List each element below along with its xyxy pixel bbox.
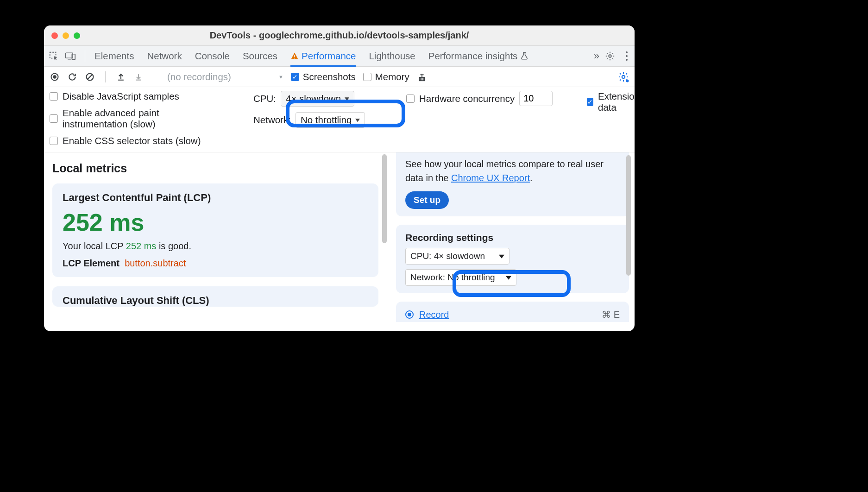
- performance-toolbar: (no recordings) ▼ Screenshots Memory: [44, 67, 635, 87]
- network-throttle-select[interactable]: No throttling: [296, 112, 365, 128]
- recording-network-value: Network: No throttling: [410, 272, 495, 282]
- tab-label: Network: [147, 50, 182, 62]
- svg-rect-5: [294, 57, 295, 58]
- clear-button[interactable]: [85, 72, 95, 82]
- checkbox-icon: [363, 73, 371, 81]
- separator: [105, 71, 106, 82]
- hardware-concurrency-row: Hardware concurrency: [406, 91, 582, 106]
- devtools-window: DevTools - googlechrome.github.io/devtoo…: [44, 25, 635, 331]
- network-value: No throttling: [301, 114, 352, 125]
- tab-elements[interactable]: Elements: [94, 46, 134, 67]
- hardware-concurrency-input[interactable]: [519, 91, 553, 106]
- lcp-element-label: LCP Element: [63, 258, 120, 268]
- flask-icon: [520, 52, 528, 60]
- checkbox-label: Screenshots: [303, 71, 356, 82]
- setup-button[interactable]: Set up: [405, 191, 449, 209]
- separator: [154, 71, 154, 82]
- disable-js-samples-toggle[interactable]: Disable JavaScript samples: [50, 91, 249, 102]
- checkbox-icon: [587, 98, 593, 106]
- record-link[interactable]: Record: [419, 309, 449, 320]
- lcp-card: Largest Contentful Paint (LCP) 252 ms Yo…: [52, 183, 378, 277]
- tab-performance-insights[interactable]: Performance insights: [428, 46, 529, 67]
- svg-point-7: [609, 55, 611, 57]
- network-label: Network:: [253, 114, 291, 126]
- cpu-throttle-row: CPU: 4× slowdown: [253, 91, 402, 107]
- tab-sources[interactable]: Sources: [243, 46, 277, 67]
- device-toggle-icon[interactable]: [65, 51, 75, 61]
- lcp-element-selector[interactable]: button.subtract: [125, 258, 186, 268]
- tab-label: Elements: [94, 50, 134, 62]
- window-title: DevTools - googlechrome.github.io/devtoo…: [44, 30, 635, 41]
- checkbox-icon: [50, 92, 58, 101]
- reload-record-button[interactable]: [67, 72, 77, 82]
- window-controls: [44, 32, 80, 39]
- gear-icon[interactable]: [605, 51, 615, 61]
- close-icon[interactable]: [51, 32, 58, 39]
- advanced-paint-toggle[interactable]: Enable advanced paint instrumentation (s…: [50, 107, 249, 130]
- inspect-icon[interactable]: [49, 51, 59, 61]
- hw-label: Hardware concurrency: [419, 93, 515, 104]
- checkbox-icon: [50, 114, 58, 123]
- cpu-value: 4× slowdown: [286, 93, 341, 104]
- upload-profile-button[interactable]: [116, 72, 126, 82]
- svg-point-19: [622, 75, 625, 78]
- extension-data-toggle[interactable]: Extension data: [587, 91, 635, 113]
- recording-cpu-value: CPU: 4× slowdown: [410, 251, 485, 261]
- crux-link[interactable]: Chrome UX Report: [451, 173, 530, 183]
- field-data-panel: See how your local metrics compare to re…: [396, 152, 629, 216]
- recording-network-select[interactable]: Network: No throttling: [405, 269, 516, 286]
- memory-toggle[interactable]: Memory: [363, 71, 409, 82]
- recording-cpu-select[interactable]: CPU: 4× slowdown: [405, 248, 509, 265]
- garbage-collect-button[interactable]: [417, 72, 427, 82]
- record-radio-icon: [405, 310, 414, 319]
- tab-label: Console: [195, 50, 230, 62]
- record-panel: Record ⌘ E: [396, 302, 629, 322]
- record-button[interactable]: [50, 72, 60, 82]
- tab-label: Performance: [302, 50, 356, 62]
- kebab-menu-icon[interactable]: [623, 55, 630, 57]
- tab-console[interactable]: Console: [195, 46, 230, 67]
- checkbox-icon[interactable]: [406, 95, 415, 103]
- svg-point-20: [626, 79, 629, 82]
- local-metrics-pane: Local metrics Largest Contentful Paint (…: [44, 152, 387, 331]
- lcp-assessment: Your local LCP 252 ms is good.: [63, 241, 368, 252]
- recordings-dropdown[interactable]: (no recordings) ▼: [167, 71, 283, 82]
- tab-performance[interactable]: Performance: [290, 46, 356, 67]
- cls-title: Cumulative Layout Shift (CLS): [63, 295, 368, 307]
- cpu-throttle-select[interactable]: 4× slowdown: [281, 91, 354, 107]
- screenshots-toggle[interactable]: Screenshots: [291, 71, 356, 82]
- cls-card: Cumulative Layout Shift (CLS): [52, 286, 378, 307]
- checkbox-label: Extension data: [598, 91, 635, 113]
- lcp-value: 252 ms: [63, 208, 368, 236]
- svg-rect-4: [294, 55, 295, 57]
- chevron-down-icon: ▼: [278, 74, 283, 80]
- main-content: Local metrics Largest Contentful Paint (…: [44, 152, 635, 331]
- minimize-icon[interactable]: [63, 32, 69, 39]
- more-tabs-icon[interactable]: »: [594, 50, 597, 62]
- scrollbar[interactable]: [382, 154, 387, 243]
- tab-strip: Elements Network Console Sources Perform…: [44, 46, 635, 67]
- scrollbar[interactable]: [626, 155, 631, 276]
- field-data-text: See how your local metrics compare to re…: [405, 157, 620, 185]
- tab-lighthouse[interactable]: Lighthouse: [369, 46, 415, 67]
- checkbox-icon: [291, 73, 299, 81]
- tab-network[interactable]: Network: [147, 46, 182, 67]
- side-pane: See how your local metrics compare to re…: [387, 152, 635, 331]
- checkbox-icon: [50, 137, 58, 145]
- svg-line-11: [88, 75, 92, 79]
- recording-settings-panel: Recording settings CPU: 4× slowdown Netw…: [396, 225, 629, 293]
- css-selector-stats-toggle[interactable]: Enable CSS selector stats (slow): [50, 135, 249, 146]
- lcp-element-row: LCP Element button.subtract: [63, 258, 368, 269]
- checkbox-label: Enable CSS selector stats (slow): [63, 135, 201, 146]
- record-shortcut: ⌘ E: [602, 309, 620, 320]
- recordings-label: (no recordings): [167, 71, 231, 82]
- local-metrics-heading: Local metrics: [52, 162, 378, 175]
- checkbox-label: Memory: [375, 71, 409, 82]
- tab-label: Sources: [243, 50, 277, 62]
- tab-label: Performance insights: [428, 50, 518, 62]
- capture-settings-gear-icon[interactable]: [618, 71, 629, 82]
- cpu-label: CPU:: [253, 93, 276, 104]
- network-throttle-row: Network: No throttling: [253, 112, 402, 128]
- zoom-icon[interactable]: [74, 32, 80, 39]
- separator: [85, 50, 85, 62]
